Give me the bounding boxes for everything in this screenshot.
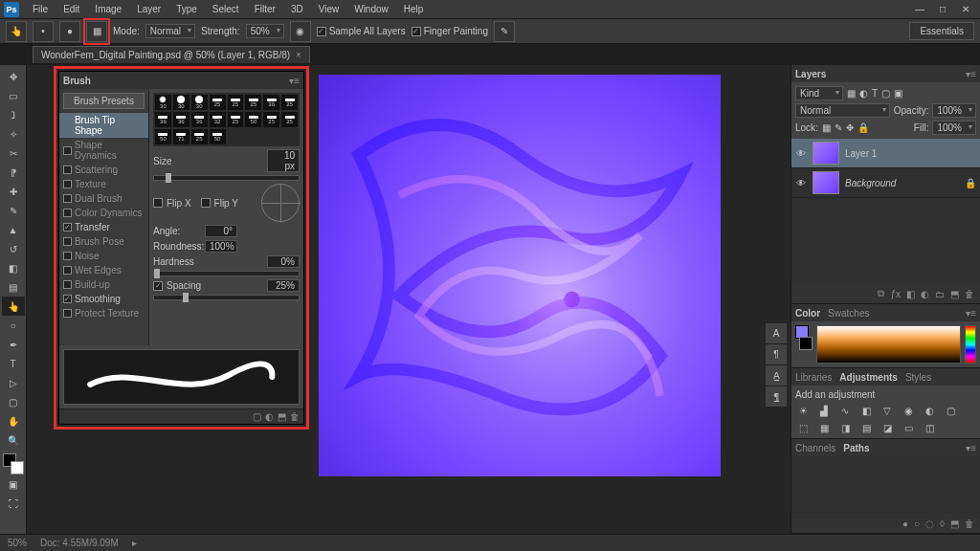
adjustment-layer-icon[interactable]: ◐ [921, 289, 929, 299]
shape-tool-icon[interactable]: ▢ [2, 392, 25, 411]
checkbox-icon[interactable] [63, 266, 72, 275]
stamp-tool-icon[interactable]: ▲ [2, 220, 25, 239]
move-tool-icon[interactable]: ✥ [2, 67, 25, 86]
checkbox-icon[interactable] [63, 309, 72, 318]
checkbox-icon[interactable] [63, 252, 72, 260]
spacing-value[interactable]: 25% [267, 279, 300, 292]
angle-control[interactable] [261, 184, 300, 222]
document-tab[interactable]: WonderFem_Digital Painting.psd @ 50% (La… [33, 46, 310, 63]
threshold-icon[interactable]: ◪ [880, 421, 895, 434]
close-icon[interactable]: ✕ [955, 3, 976, 16]
checkbox-icon[interactable] [63, 180, 72, 188]
brush-tip[interactable]: 25 [210, 95, 226, 110]
brush-option-transfer[interactable]: ✓Transfer [59, 220, 148, 234]
close-tab-icon[interactable]: × [296, 50, 301, 60]
zoom-tool-icon[interactable]: 🔍 [2, 430, 25, 450]
filter-pixel-icon[interactable]: ▦ [847, 88, 856, 99]
filter-smart-icon[interactable]: ▣ [894, 88, 902, 99]
brush-tip[interactable]: 25 [281, 95, 298, 110]
hardness-value[interactable]: 0% [267, 255, 300, 268]
glyph-panel-icon[interactable]: A̲ [766, 365, 787, 386]
character-panel-icon[interactable]: A [766, 323, 787, 344]
filter-type-icon[interactable]: T [872, 88, 878, 99]
gradient-map-icon[interactable]: ▭ [901, 421, 916, 434]
brush-tip[interactable]: 36 [173, 112, 189, 127]
menu-layer[interactable]: Layer [129, 2, 168, 16]
brush-tip[interactable]: 32 [210, 112, 226, 127]
wand-tool-icon[interactable]: ✧ [2, 124, 25, 143]
menu-help[interactable]: Help [396, 2, 432, 16]
visibility-icon[interactable]: 👁 [795, 177, 807, 188]
minimize-icon[interactable]: — [909, 3, 930, 16]
swatches-tab[interactable]: Swatches [828, 308, 869, 319]
brush-option-color-dynamics[interactable]: Color Dynamics [59, 206, 148, 220]
checkbox-icon[interactable] [63, 165, 72, 174]
layer-kind-filter[interactable]: Kind [795, 86, 843, 100]
angle-value[interactable]: 0° [205, 225, 237, 237]
panel-menu-icon[interactable]: ▾≡ [966, 69, 976, 79]
levels-icon[interactable]: ▟ [816, 404, 832, 417]
screenmode-icon[interactable]: ⛶ [2, 494, 25, 513]
checkbox-icon[interactable] [63, 194, 72, 203]
checkbox-icon[interactable]: ✓ [63, 223, 72, 231]
canvas-area[interactable]: Brush ▾≡ Brush Presets Brush Tip ShapeSh… [27, 65, 791, 534]
lock-trans-icon[interactable]: ▦ [822, 122, 831, 133]
brush-tip[interactable]: 36 [191, 112, 208, 127]
brush-option-scattering[interactable]: Scattering [59, 163, 148, 177]
brush-tip[interactable]: 50 [245, 112, 261, 127]
brush-tip[interactable]: 50 [155, 129, 171, 144]
maximize-icon[interactable]: □ [932, 3, 953, 16]
adjustments-tab[interactable]: Adjustments [839, 372, 898, 383]
brush-tip[interactable]: 25 [191, 129, 208, 144]
layer-fx-icon[interactable]: ƒx [890, 289, 901, 299]
posterize-icon[interactable]: ▤ [858, 421, 874, 434]
menu-image[interactable]: Image [87, 2, 129, 16]
brush-tip[interactable]: 30 [191, 95, 208, 110]
lock-pos-icon[interactable]: ✥ [846, 122, 854, 133]
menu-view[interactable]: View [311, 2, 347, 16]
brush-size-med-icon[interactable]: ● [59, 21, 80, 42]
brush-tip[interactable]: 25 [281, 112, 298, 127]
finger-painting-check[interactable]: ✓Finger Painting [412, 26, 488, 36]
checkbox-icon[interactable] [63, 146, 72, 155]
new-layer-icon[interactable]: ⬒ [950, 289, 959, 299]
strength-select[interactable]: 50% [246, 24, 284, 38]
spacing-check[interactable]: ✓ [153, 281, 163, 291]
brush-option-brush-tip-shape[interactable]: Brush Tip Shape [59, 113, 148, 138]
libraries-tab[interactable]: Libraries [795, 372, 832, 383]
filter-adjust-icon[interactable]: ◐ [859, 88, 868, 99]
menu-file[interactable]: File [25, 2, 56, 16]
brush-option-shape-dynamics[interactable]: Shape Dynamics [59, 138, 148, 163]
lock-all-icon[interactable]: 🔒 [858, 122, 869, 133]
photo-filter-icon[interactable]: ▢ [943, 404, 958, 417]
brush-tip[interactable]: 36 [155, 112, 171, 127]
brush-option-build-up[interactable]: Build-up [59, 277, 148, 292]
brush-tip[interactable]: 30 [173, 95, 189, 110]
panel-menu-icon[interactable]: ▾≡ [966, 443, 976, 453]
group-icon[interactable]: 🗀 [935, 289, 945, 299]
checkbox-icon[interactable] [63, 237, 72, 246]
menu-filter[interactable]: Filter [247, 2, 283, 16]
brush-presets-button[interactable]: Brush Presets [63, 93, 145, 109]
layers-tab[interactable]: Layers [795, 69, 826, 79]
brush-option-brush-pose[interactable]: Brush Pose [59, 234, 148, 249]
eyedropper-tool-icon[interactable]: ⁋ [2, 163, 25, 182]
dodge-tool-icon[interactable]: ○ [2, 316, 25, 335]
brush-option-noise[interactable]: Noise [59, 249, 148, 263]
eraser-tool-icon[interactable]: ◧ [2, 258, 25, 277]
brush-tip[interactable]: 25 [263, 112, 279, 127]
layer-row[interactable]: 👁Layer 1 [791, 139, 980, 168]
brush-tip[interactable]: 25 [228, 95, 244, 110]
link-layers-icon[interactable]: ⧉ [878, 288, 884, 299]
brush-tip-grid[interactable]: 3030302525253625363636322550252550712550 [153, 93, 300, 146]
invert-icon[interactable]: ◨ [837, 421, 853, 434]
pressure-icon[interactable]: ◉ [290, 21, 311, 42]
type-tool-icon[interactable]: T [2, 354, 25, 373]
quickmask-icon[interactable]: ▣ [2, 474, 25, 494]
curves-icon[interactable]: ∿ [837, 404, 853, 417]
workspace-switcher[interactable]: Essentials [909, 22, 974, 40]
status-arrow-icon[interactable]: ▸ [132, 538, 137, 548]
layer-name[interactable]: Layer 1 [845, 148, 877, 159]
delete-path-icon[interactable]: 🗑 [965, 518, 974, 529]
blend-mode-select[interactable]: Normal [795, 103, 890, 118]
